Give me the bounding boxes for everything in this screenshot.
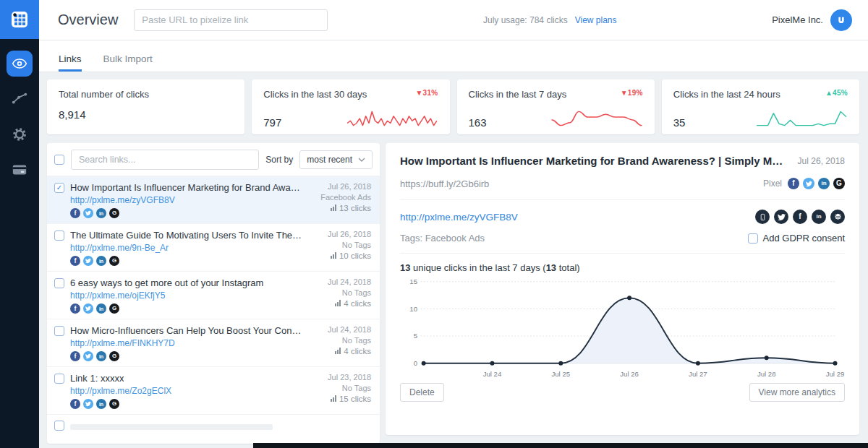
link-list-item[interactable]: 6 easy ways to get more out of your Inst…	[47, 271, 380, 319]
link-pixel-icons: f in G	[70, 303, 302, 314]
twitter-share-icon[interactable]	[774, 210, 788, 224]
sidebar-item-billing[interactable]	[7, 157, 33, 183]
gdpr-checkbox[interactable]	[748, 233, 758, 244]
stat-label: Clicks in the last 7 days	[469, 89, 567, 100]
link-date: Jul 24, 2018	[328, 277, 371, 286]
account-name: PixelMe Inc.	[772, 14, 823, 25]
clicks-bars-icon	[331, 204, 336, 212]
link-checkbox[interactable]	[54, 421, 64, 431]
tab-bulk-import[interactable]: Bulk Import	[103, 53, 153, 72]
twitter-pixel-icon	[83, 303, 93, 314]
stat-value: 797	[263, 116, 281, 129]
linkedin-pixel-icon: in	[96, 208, 106, 218]
link-short-url[interactable]: http://pxlme.me/zyVGFB8V	[70, 195, 302, 205]
buffer-share-icon[interactable]	[830, 210, 845, 224]
svg-text:0: 0	[414, 359, 417, 367]
twitter-pixel-icon	[83, 208, 93, 218]
gdpr-group: Add GDPR consent	[748, 233, 845, 244]
stat-sparkline	[550, 108, 643, 129]
link-short-url[interactable]: http://pxlme.me/9n-Be_Ar	[70, 243, 302, 253]
link-list-item[interactable]: Link 1: xxxxx http://pxlme.me/Zo2gEClX f…	[47, 366, 380, 414]
clicks-summary: 13 unique clicks in the last 7 days (13 …	[400, 254, 845, 275]
link-title: How Important Is Influencer Marketing fo…	[70, 182, 302, 193]
link-short-url[interactable]: http://pxlme.me/ojEKfjY5	[70, 290, 302, 301]
tabbar: Links Bulk Import	[39, 40, 868, 72]
search-input[interactable]	[71, 150, 259, 170]
tab-links[interactable]: Links	[59, 53, 82, 72]
link-date: Jul 26, 2018	[328, 230, 371, 238]
stat-value: 163	[469, 116, 487, 129]
linkedin-pixel-icon: in	[96, 256, 106, 266]
link-clicks: 4 clicks	[344, 347, 371, 356]
link-list-item[interactable]: How Important Is Influencer Marketing fo…	[47, 176, 380, 223]
main-area: Overview July usage: 784 clicks View pla…	[39, 0, 868, 448]
pixel-label: Pixel	[763, 178, 782, 189]
sidebar-item-analytics[interactable]	[7, 86, 33, 112]
sort-value: most recent	[307, 155, 352, 165]
google-pixel-icon: G	[109, 303, 119, 314]
linkedin-pixel-icon: in	[96, 399, 106, 409]
stat-sparkline	[346, 108, 438, 129]
pixelme-dashboard: Overview July usage: 784 clicks View pla…	[0, 0, 868, 448]
twitter-pixel-icon	[83, 399, 93, 409]
linkedin-pixel-icon: in	[96, 351, 106, 361]
link-checkbox[interactable]	[54, 326, 64, 336]
sidebar-item-settings[interactable]	[7, 121, 33, 147]
link-checkbox[interactable]	[54, 374, 64, 384]
link-short-url[interactable]: http://pxlme.me/FINKHY7D	[70, 338, 302, 348]
link-tag: No Tags	[342, 336, 371, 345]
pixelme-logo-icon	[835, 14, 848, 27]
account-group: PixelMe Inc.	[772, 9, 852, 31]
stat-delta: ▼31%	[415, 89, 438, 97]
view-plans-link[interactable]: View plans	[575, 15, 617, 25]
account-avatar[interactable]	[830, 9, 852, 31]
pixelize-url-input[interactable]	[134, 9, 328, 31]
svg-text:5: 5	[414, 332, 417, 340]
stat-sparkline	[755, 108, 848, 129]
stats-row: Total number of clicks 8,914 Clicks in t…	[47, 79, 859, 134]
facebook-share-icon[interactable]: f	[793, 210, 807, 224]
detail-source-url: https://buff.ly/2Gb6irb	[400, 178, 763, 189]
twitter-pixel-icon	[83, 351, 93, 361]
app-launcher-button[interactable]	[0, 0, 39, 39]
sidebar-item-overview[interactable]	[7, 51, 33, 77]
link-checkbox[interactable]	[54, 183, 64, 193]
facebook-pixel-icon: f	[70, 256, 80, 266]
link-title: How Micro-Influencers Can Help You Boost…	[70, 325, 302, 336]
svg-text:15: 15	[409, 277, 417, 285]
panels: Sort by most recent How Important Is Inf…	[47, 143, 859, 444]
delete-button[interactable]: Delete	[400, 383, 444, 402]
clicks-bars-icon	[335, 348, 341, 356]
usage-group: July usage: 784 clicks View plans	[483, 15, 617, 25]
sort-select[interactable]: most recent	[299, 150, 373, 169]
detail-tags: Tags: Facebook Ads	[400, 233, 485, 244]
detail-title: How Important Is Influencer Marketing fo…	[400, 155, 798, 167]
twitter-pixel-icon	[83, 256, 93, 266]
detail-short-url[interactable]: http://pxlme.me/zyVGFB8V	[400, 212, 518, 223]
twitter-pixel-icon	[803, 178, 814, 189]
link-short-url[interactable]: http://pxlme.me/Zo2gEClX	[70, 386, 302, 396]
stat-label: Clicks in the last 24 hours	[673, 89, 780, 100]
clicks-bars-icon	[335, 300, 341, 308]
link-title: 6 easy ways to get more out of your Inst…	[70, 277, 263, 288]
svg-text:Jul 24: Jul 24	[483, 370, 502, 378]
select-all-checkbox[interactable]	[54, 155, 64, 165]
link-list-item[interactable]: How Micro-Influencers Can Help You Boost…	[47, 319, 380, 366]
facebook-pixel-icon: f	[70, 303, 80, 314]
google-pixel-icon: G	[109, 399, 119, 409]
stat-value: 35	[673, 116, 686, 129]
mobile-share-icon[interactable]	[755, 210, 770, 224]
link-pixel-icons: f in G	[70, 351, 302, 361]
linkedin-share-icon[interactable]: in	[812, 210, 826, 224]
link-checkbox[interactable]	[54, 278, 64, 288]
facebook-pixel-icon: f	[70, 351, 80, 361]
background-window-edge	[253, 443, 868, 448]
usage-text: July usage: 784 clicks	[483, 15, 568, 25]
google-pixel-icon: G	[109, 208, 119, 218]
link-title: The Ultimate Guide To Motivating Users T…	[70, 230, 302, 241]
view-more-analytics-button[interactable]: View more analytics	[749, 383, 846, 402]
sidebar	[0, 0, 39, 448]
link-list-item[interactable]: The Ultimate Guide To Motivating Users T…	[47, 223, 380, 271]
link-checkbox[interactable]	[54, 231, 64, 241]
link-list-item-partial[interactable]	[47, 414, 380, 443]
